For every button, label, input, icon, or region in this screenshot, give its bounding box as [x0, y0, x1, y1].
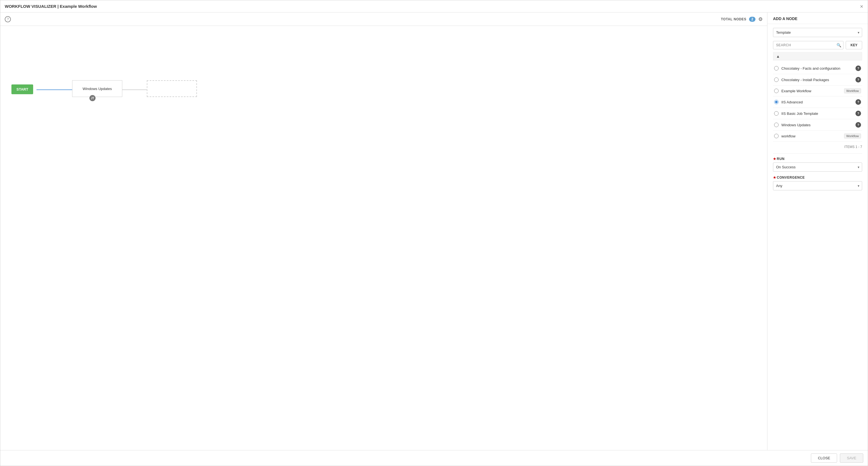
sort-arrow-icon: ▲: [776, 54, 780, 59]
help-circle-icon[interactable]: ?: [5, 16, 11, 22]
sort-row[interactable]: ▲: [773, 52, 862, 60]
item-name-iis-basic: IIS Basic Job Template: [781, 112, 853, 116]
help-icon-chocolatey-facts[interactable]: ?: [856, 65, 861, 71]
convergence-select[interactable]: Any All: [773, 181, 862, 191]
canvas-area: START Windows Updates JT: [0, 26, 767, 450]
run-select-wrapper: On Success On Failure Always ▾: [773, 163, 862, 172]
total-nodes-label: TOTAL NODES: [721, 17, 746, 21]
visualizer-panel: ? TOTAL NODES 2 ⚙ START: [0, 12, 768, 450]
radio-iis-basic[interactable]: [774, 111, 779, 116]
windows-updates-label: Windows Updates: [83, 87, 112, 91]
run-required-star: ★: [773, 157, 776, 161]
workflow-canvas: START Windows Updates JT: [0, 26, 767, 450]
items-count: ITEMS 1 - 7: [773, 145, 862, 149]
help-icon-windows-updates[interactable]: ?: [856, 122, 861, 128]
list-item: Windows Updates ?: [773, 119, 862, 131]
item-name-iis-advanced: IIS Advanced: [781, 100, 853, 104]
start-node[interactable]: START: [11, 84, 33, 94]
bottom-bar: CLOSE SAVE: [0, 450, 868, 466]
radio-chocolatey-install[interactable]: [774, 78, 779, 82]
connector-line-1: [36, 89, 73, 90]
item-name-chocolatey-install: Chocolatey - Install Packages: [781, 78, 853, 82]
help-icon-chocolatey-install[interactable]: ?: [856, 77, 861, 83]
visualizer-toolbar: ? TOTAL NODES 2 ⚙: [0, 12, 767, 26]
radio-chocolatey-facts[interactable]: [774, 66, 779, 70]
list-item: workflow Workflow: [773, 131, 862, 142]
radio-example-workflow[interactable]: [774, 89, 779, 93]
run-select[interactable]: On Success On Failure Always: [773, 163, 862, 172]
convergence-section: ★CONVERGENCE Any All ▾: [773, 176, 862, 191]
search-input[interactable]: [773, 41, 843, 49]
list-item: Chocolatey - Facts and configuration ?: [773, 63, 862, 74]
close-button[interactable]: CLOSE: [811, 454, 837, 463]
template-select-wrapper: Template Job Template Workflow Template …: [773, 28, 862, 37]
item-name-workflow: workflow: [781, 134, 841, 138]
modal-close-x-button[interactable]: ×: [860, 4, 863, 9]
convergence-select-wrapper: Any All ▾: [773, 181, 862, 191]
radio-windows-updates[interactable]: [774, 123, 779, 127]
key-button[interactable]: KEY: [846, 41, 862, 49]
list-item: IIS Basic Job Template ?: [773, 108, 862, 119]
title-bar-text: WORKFLOW VISUALIZER | Example Workflow: [5, 4, 97, 9]
main-layout: ? TOTAL NODES 2 ⚙ START: [0, 12, 868, 450]
convergence-label: ★CONVERGENCE: [773, 176, 862, 179]
run-label: ★RUN: [773, 157, 862, 161]
workflow-badge-example: Workflow: [844, 88, 861, 93]
run-section: ★RUN On Success On Failure Always ▾: [773, 157, 862, 172]
list-item: Chocolatey - Install Packages ?: [773, 74, 862, 86]
title-bar: WORKFLOW VISUALIZER | Example Workflow ×: [0, 0, 868, 12]
connector-line-2: [122, 89, 147, 90]
convergence-required-star: ★: [773, 176, 776, 179]
item-name-example-workflow: Example Workflow: [781, 89, 841, 93]
list-item: IIS Advanced ?: [773, 96, 862, 108]
settings-gear-button[interactable]: ⚙: [758, 16, 763, 22]
search-bar-row: 🔍 KEY: [773, 41, 862, 49]
radio-iis-advanced[interactable]: [774, 100, 779, 104]
toolbar-right: TOTAL NODES 2 ⚙: [721, 16, 763, 22]
right-panel-content: Template Job Template Workflow Template …: [768, 24, 868, 450]
workflow-badge-workflow: Workflow: [844, 134, 861, 139]
help-icon-iis-advanced[interactable]: ?: [856, 99, 861, 105]
template-select[interactable]: Template Job Template Workflow Template: [773, 28, 862, 37]
nodes-count-badge: 2: [749, 17, 755, 22]
toolbar-left: ?: [5, 16, 11, 22]
item-name-chocolatey-facts: Chocolatey - Facts and configuration: [781, 66, 853, 70]
list-item: Example Workflow Workflow: [773, 86, 862, 96]
search-input-wrapper: 🔍: [773, 41, 843, 49]
template-field-group: Template Job Template Workflow Template …: [773, 28, 862, 37]
item-name-windows-updates: Windows Updates: [781, 123, 853, 127]
modal-container: WORKFLOW VISUALIZER | Example Workflow ×…: [0, 0, 868, 466]
save-button[interactable]: SAVE: [840, 454, 863, 463]
add-node-header: ADD A NODE: [768, 12, 868, 24]
template-list: Chocolatey - Facts and configuration ? C…: [773, 63, 862, 142]
workflow-visualizer-prefix: WORKFLOW VISUALIZER: [5, 4, 56, 9]
workflow-name: Example Workflow: [60, 4, 97, 9]
jt-badge: JT: [89, 95, 96, 101]
right-panel: ADD A NODE Template Job Template Workflo…: [768, 12, 868, 450]
dashed-empty-node[interactable]: [147, 80, 197, 97]
help-icon-iis-basic[interactable]: ?: [856, 111, 861, 116]
radio-workflow[interactable]: [774, 134, 779, 138]
windows-updates-node[interactable]: Windows Updates: [72, 80, 122, 97]
search-icon-button[interactable]: 🔍: [837, 43, 841, 48]
